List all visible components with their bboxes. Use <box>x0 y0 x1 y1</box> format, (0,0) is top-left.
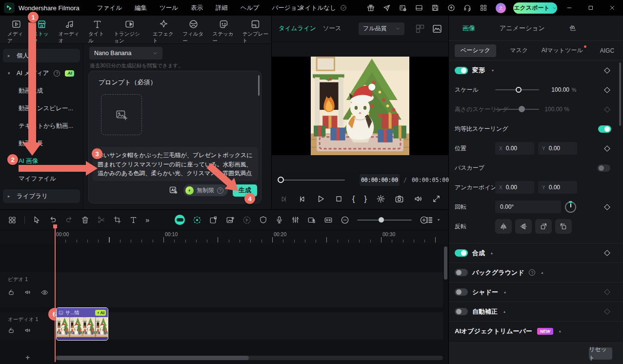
fullscreen-icon[interactable] <box>432 195 441 203</box>
timeline-ruler[interactable]: 00:00 00:10 00:20 00:30 <box>0 230 448 244</box>
timeline-vertical-scrollbar[interactable] <box>444 246 447 280</box>
scrub-knob[interactable] <box>278 177 284 183</box>
menu-advanced[interactable]: 詳細 <box>216 4 228 12</box>
clip-marker-icon[interactable] <box>209 216 218 224</box>
maximize-button[interactable] <box>580 0 602 16</box>
sidebar-group-library[interactable]: ▸ ライブラリ <box>3 189 80 203</box>
subtab-mask[interactable]: マスク <box>510 46 528 55</box>
sidebar-group-personal[interactable]: ▸ 個人 <box>3 49 80 62</box>
hide-track-icon[interactable] <box>41 289 48 296</box>
select-cursor-icon[interactable] <box>33 216 41 224</box>
insert-media-icon[interactable] <box>226 216 235 224</box>
collapse-icon[interactable]: ▴ <box>504 290 506 294</box>
tab-templates[interactable]: テンプレート <box>240 19 271 44</box>
anchor-y-input[interactable]: Y0.00 <box>538 181 577 194</box>
tab-titles[interactable]: タイトル <box>86 19 108 44</box>
sidebar-item-video-extend[interactable]: 動画延長 <box>0 137 83 150</box>
path-curve-toggle[interactable] <box>597 164 610 172</box>
lock-icon[interactable] <box>8 289 15 296</box>
inspector-scrollbar[interactable] <box>619 62 621 126</box>
zoom-out-icon[interactable] <box>341 216 349 224</box>
tab-audio[interactable]: オーディオ <box>56 19 83 44</box>
tab-transitions[interactable]: トランジション <box>111 19 147 44</box>
menu-view[interactable]: 表示 <box>191 4 203 12</box>
tab-effects[interactable]: エフェクト <box>150 19 177 44</box>
fit-timeline-icon[interactable] <box>324 216 333 224</box>
scale-slider[interactable] <box>495 89 539 90</box>
sidebar-item-ai-image[interactable]: AI 画像 <box>0 154 83 168</box>
help-icon[interactable]: ? <box>529 269 535 276</box>
credits-pill[interactable]: 無制限 ? <box>183 184 228 196</box>
tab-image[interactable]: 画像 <box>462 24 475 33</box>
mute-icon[interactable] <box>24 289 31 296</box>
menu-edit[interactable]: 編集 <box>135 4 147 12</box>
speed-ramp-icon[interactable] <box>242 216 251 224</box>
undo-icon[interactable] <box>49 216 57 224</box>
play-icon[interactable] <box>316 194 325 203</box>
generate-button[interactable]: 生成 <box>233 184 257 197</box>
compositing-toggle[interactable] <box>455 249 468 257</box>
add-track-button[interactable]: + <box>25 353 30 362</box>
playhead-line[interactable] <box>55 227 56 362</box>
close-button[interactable] <box>602 0 623 16</box>
lock-icon[interactable] <box>8 327 15 334</box>
caret-down-icon[interactable]: ▾ <box>492 68 494 73</box>
ai-copilot-icon[interactable] <box>175 215 185 225</box>
preview-viewport[interactable] <box>272 42 448 172</box>
collapse-icon[interactable]: ▴ <box>491 251 493 255</box>
card-scrollbar[interactable] <box>258 75 260 96</box>
scopes-icon[interactable] <box>432 24 442 34</box>
tab-animation[interactable]: アニメーション <box>500 24 545 33</box>
sidebar-group-ai-media[interactable]: ▾ AI メディア ? AI <box>3 66 80 80</box>
rotate-ccw-button[interactable] <box>555 219 572 234</box>
preview-tab-source[interactable]: ソース <box>323 24 342 33</box>
mark-in-icon[interactable]: { <box>352 195 355 203</box>
rotate-cw-button[interactable] <box>535 219 552 234</box>
subtab-ai-mat-tool[interactable]: AIマットツール <box>542 46 586 55</box>
sidebar-item-text-to-video[interactable]: テキストから動画... <box>0 119 83 133</box>
minimize-button[interactable] <box>559 0 580 16</box>
share-icon[interactable] <box>383 4 391 12</box>
smart-edit-icon[interactable] <box>193 216 201 224</box>
next-frame-icon[interactable] <box>298 195 306 203</box>
tab-color[interactable]: 色 <box>569 24 576 33</box>
subtab-aigc[interactable]: AIGC <box>600 47 614 54</box>
redo-icon[interactable] <box>65 216 73 224</box>
collapse-icon[interactable]: ▴ <box>503 309 505 314</box>
scrub-track[interactable] <box>280 180 345 181</box>
auto-correct-toggle[interactable] <box>455 308 468 315</box>
scrollbar-thumb[interactable] <box>56 356 249 360</box>
workspace-layout-icon[interactable] <box>415 4 423 12</box>
settings-gear-icon[interactable] <box>376 194 385 203</box>
sidebar-item-video-generation[interactable]: 動画生成 <box>0 84 83 98</box>
multi-view-icon[interactable] <box>415 24 425 34</box>
collapse-icon[interactable]: ▴ <box>559 329 561 333</box>
sidebar-item-video-inspiration[interactable]: 動画インスピレー... <box>0 101 83 115</box>
text-tool-icon[interactable] <box>129 216 138 224</box>
support-headset-icon[interactable] <box>463 4 471 12</box>
anchor-x-input[interactable]: X0.00 <box>495 181 534 194</box>
sidebar-item-my-files[interactable]: マイファイル <box>0 172 83 185</box>
tab-media[interactable]: メディア <box>5 19 27 44</box>
apps-grid-icon[interactable] <box>480 4 487 12</box>
stop-icon[interactable] <box>335 195 343 203</box>
quality-select[interactable]: フル品質 <box>359 22 404 35</box>
menu-tools[interactable]: ツール <box>160 4 178 12</box>
track-manager-icon[interactable] <box>425 216 434 224</box>
model-select[interactable]: Nano Banana <box>89 47 162 60</box>
media-browser-icon[interactable] <box>8 216 17 224</box>
snapshot-camera-icon[interactable] <box>395 194 404 203</box>
help-icon[interactable]: ? <box>54 70 60 77</box>
keyframe-diamond-icon[interactable] <box>604 250 610 256</box>
more-tools-icon[interactable]: » <box>145 216 149 224</box>
uniform-scale-toggle[interactable] <box>598 125 611 133</box>
rotate-input[interactable]: 0.00° <box>495 201 561 213</box>
render-queue-icon[interactable] <box>399 4 407 12</box>
transform-toggle[interactable] <box>455 67 468 74</box>
user-avatar[interactable] <box>496 3 506 13</box>
delete-icon[interactable] <box>81 216 89 224</box>
credits-help-icon[interactable]: ? <box>217 187 223 194</box>
flip-vertical-button[interactable] <box>515 219 532 234</box>
flip-horizontal-button[interactable] <box>495 219 512 234</box>
timeline-horizontal-scrollbar[interactable] <box>55 356 443 360</box>
